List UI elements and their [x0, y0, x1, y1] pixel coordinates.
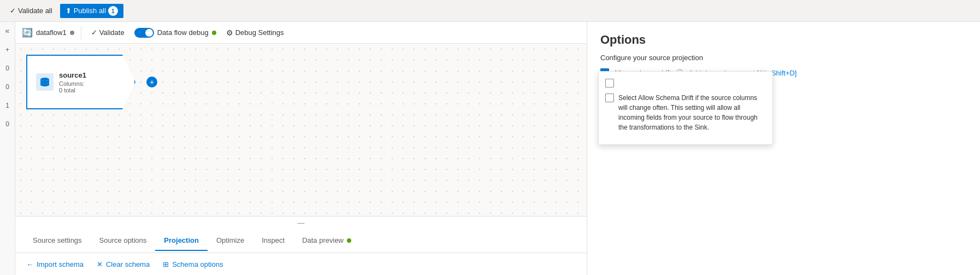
clear-schema-button[interactable]: ✕ Clear schema — [95, 258, 152, 271]
popover-description: Select Allow Schema Drift if the source … — [618, 93, 766, 132]
tab-source-options[interactable]: Source options — [91, 231, 156, 251]
validate-button[interactable]: ✓ Validate — [88, 26, 128, 39]
publish-all-button[interactable]: ⬆ Publish all 1 — [60, 4, 123, 18]
options-subtitle: Configure your source projection — [600, 54, 967, 62]
data-preview-status-dot — [347, 238, 351, 243]
import-schema-button[interactable]: ← Import schema — [24, 258, 86, 271]
sidebar-num-1: 1 — [5, 102, 9, 109]
popover-checkbox-1[interactable] — [605, 79, 614, 87]
debug-settings-button[interactable]: ⚙ Debug Settings — [223, 26, 287, 39]
sidebar-collapse-icon[interactable]: « — [5, 26, 10, 35]
node-icon — [36, 73, 54, 91]
source-node[interactable]: source1 Columns: 0 total — [26, 55, 135, 109]
settings-icon: ⚙ — [226, 28, 233, 37]
dataflow-name-label: dataflow1 — [36, 28, 67, 37]
tab-data-preview[interactable]: Data preview — [293, 231, 360, 251]
sidebar-num-0c: 0 — [5, 120, 9, 128]
tab-projection[interactable]: Projection — [155, 231, 208, 251]
svg-point-0 — [40, 78, 49, 81]
debug-status-dot — [212, 31, 216, 35]
left-sidebar: « + 0 0 1 0 — [0, 22, 15, 275]
tab-optimize[interactable]: Optimize — [208, 231, 253, 251]
schema-options-icon: ⊞ — [163, 260, 169, 268]
tab-inspect[interactable]: Inspect — [253, 231, 293, 251]
clear-icon: ✕ — [97, 260, 103, 268]
flow-toolbar: 🔄 dataflow1 ✓ Validate Data flow debug ⚙… — [15, 22, 587, 44]
debug-toggle[interactable] — [134, 28, 154, 38]
tab-bar: Source settings Source options Projectio… — [15, 229, 587, 253]
bottom-panel: — Source settings Source options Project… — [15, 216, 587, 275]
tab-actions: ← Import schema ✕ Clear schema ⊞ Schema … — [15, 253, 587, 275]
tab-source-settings[interactable]: Source settings — [24, 231, 91, 251]
node-info: source1 Columns: 0 total — [59, 71, 86, 93]
options-panel: Options Configure your source projection… — [587, 22, 980, 275]
check-icon: ✓ — [91, 28, 97, 37]
import-icon: ← — [26, 260, 33, 268]
dataflow-status-dot — [70, 31, 74, 35]
dataflow-icon: 🔄 — [22, 27, 33, 38]
sidebar-num-0a: 0 — [5, 65, 9, 72]
popover-checkbox-2[interactable] — [605, 93, 614, 102]
add-transform-button[interactable]: + — [146, 77, 157, 87]
schema-drift-popover: Select Allow Schema Drift if the source … — [598, 71, 773, 145]
publish-badge: 1 — [108, 6, 118, 16]
canvas-container: 🔄 dataflow1 ✓ Validate Data flow debug ⚙… — [15, 22, 587, 275]
debug-toggle-row: Data flow debug — [134, 28, 216, 38]
panel-collapse-handle[interactable]: — — [15, 217, 587, 229]
collapse-icon: — — [298, 219, 305, 227]
publish-icon: ⬆ — [66, 7, 72, 15]
options-title: Options — [600, 33, 967, 47]
dataflow-canvas[interactable]: source1 Columns: 0 total + — [15, 44, 587, 216]
sidebar-num-plus: + — [5, 46, 9, 54]
dataflow-name-row: 🔄 dataflow1 — [22, 27, 74, 38]
validate-all-button[interactable]: ✓ Validate all — [4, 4, 58, 17]
schema-options-button[interactable]: ⊞ Schema options — [161, 258, 225, 271]
sidebar-num-0b: 0 — [5, 83, 9, 91]
validate-icon: ✓ — [10, 7, 16, 15]
